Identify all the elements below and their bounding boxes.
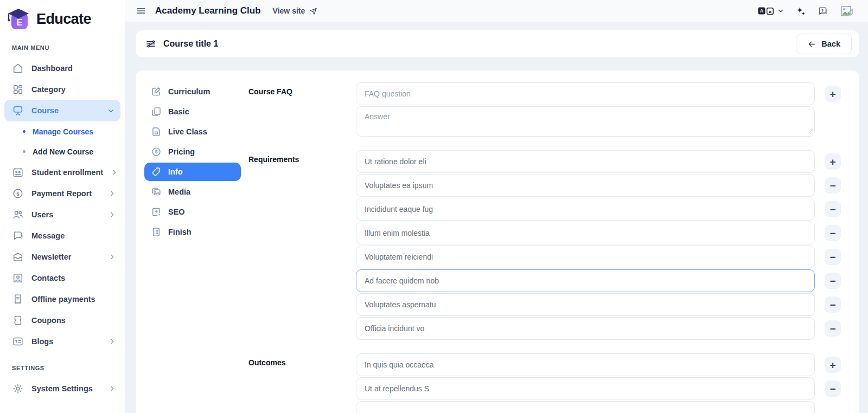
chat-question-icon[interactable]: ? [818, 5, 829, 17]
copy-pages-icon [151, 106, 162, 117]
tag-icon [151, 166, 162, 177]
gear-icon [12, 383, 24, 395]
remove-requirement-button[interactable]: − [825, 273, 841, 289]
remove-requirement-button[interactable]: − [825, 177, 841, 193]
requirement-input-focused[interactable] [356, 269, 815, 292]
remove-requirement-button[interactable]: − [825, 296, 841, 313]
sidebar-item-coupons[interactable]: Coupons [0, 309, 125, 331]
chevron-right-icon [108, 253, 116, 261]
outcome-input[interactable] [356, 377, 815, 400]
sidebar-item-payment-report[interactable]: $ Payment Report [0, 183, 125, 204]
requirement-input[interactable] [356, 293, 815, 316]
brand-logo[interactable]: E Educate [0, 4, 125, 39]
sidebar-item-label: Newsletter [31, 253, 101, 261]
chevron-down-icon [777, 7, 784, 15]
tab-basic[interactable]: Basic [144, 102, 241, 121]
requirement-row: − [356, 198, 841, 221]
sidebar-item-message[interactable]: Message [0, 225, 125, 246]
chevron-right-icon [108, 385, 116, 392]
remove-outcome-button[interactable]: − [825, 380, 841, 397]
tab-seo[interactable]: SEO [144, 203, 241, 221]
sidebar-subitem-label: Manage Courses [33, 127, 93, 136]
topbar: Academy Learning Club View site A a [125, 0, 868, 22]
checklist-icon [151, 227, 162, 237]
view-site-label: View site [273, 7, 305, 15]
sidebar-item-label: Dashboard [31, 64, 116, 73]
requirement-row: − [356, 174, 841, 197]
requirement-input[interactable] [356, 222, 815, 244]
requirement-input[interactable] [356, 174, 815, 197]
requirement-input[interactable] [356, 246, 815, 268]
blog-card-icon [12, 335, 24, 347]
language-selector[interactable]: A a [758, 7, 784, 15]
sidebar-item-category[interactable]: Category [0, 79, 125, 100]
tab-label: Media [168, 188, 190, 196]
sidebar-item-offline-payments[interactable]: Offline payments [0, 288, 125, 309]
add-requirement-button[interactable]: + [825, 153, 841, 170]
sidebar-item-course[interactable]: Course [4, 100, 120, 121]
sidebar-item-dashboard[interactable]: Dashboard [0, 57, 125, 79]
settings-label: SETTINGS [0, 359, 125, 378]
sidebar-subitem-label: Add New Course [33, 147, 93, 156]
requirements-group: Requirements + − − [248, 150, 841, 340]
topbar-actions: A a ? [758, 4, 854, 17]
view-site-link[interactable]: View site [273, 7, 318, 16]
outcome-row [356, 401, 841, 413]
sidebar-item-users[interactable]: Users [0, 204, 125, 225]
outcomes-group: Outcomes + − [248, 353, 841, 413]
ticket-icon [12, 314, 24, 326]
receipt-icon [12, 293, 24, 305]
outcome-input[interactable] [356, 353, 815, 376]
users-icon [12, 209, 24, 221]
sidebar-item-label: Category [31, 85, 116, 94]
requirement-row: − [356, 317, 841, 340]
faq-question-input[interactable] [356, 82, 815, 105]
faq-group-label: Course FAQ [248, 82, 356, 137]
tab-label: SEO [168, 208, 185, 216]
outcome-row: + [356, 353, 841, 376]
sidebar-item-blogs[interactable]: Blogs [0, 331, 125, 352]
tab-curriculum[interactable]: Curriculum [144, 82, 241, 101]
remove-requirement-button[interactable]: − [825, 320, 841, 337]
sidebar-subitem-manage-courses[interactable]: Manage Courses [0, 121, 125, 141]
tab-label: Live Class [168, 127, 207, 136]
svg-text:E: E [16, 17, 22, 28]
requirement-input[interactable] [356, 198, 815, 221]
tab-pricing[interactable]: $ Pricing [144, 143, 241, 161]
sidebar-item-label: System Settings [31, 384, 101, 393]
main-area: Academy Learning Club View site A a [125, 0, 868, 413]
tab-media[interactable]: Media [144, 183, 241, 201]
tab-info[interactable]: Info [144, 163, 241, 181]
requirement-input[interactable] [356, 317, 815, 340]
outcome-input[interactable] [356, 401, 815, 413]
add-faq-button[interactable]: + [825, 86, 841, 102]
requirement-input[interactable] [356, 150, 815, 173]
sidebar-item-newsletter[interactable]: Newsletter [0, 246, 125, 267]
sidebar-item-student-enrollment[interactable]: Student enrollment [0, 162, 125, 183]
hamburger-menu-icon[interactable] [136, 5, 146, 16]
sidebar-item-system-settings[interactable]: System Settings [0, 378, 125, 399]
sidebar-item-label: Blogs [31, 337, 101, 346]
remove-requirement-button[interactable]: − [825, 225, 841, 241]
tab-finish[interactable]: Finish [144, 223, 241, 241]
remove-requirement-button[interactable]: − [825, 201, 841, 217]
tab-live-class[interactable]: Live Class [144, 122, 241, 141]
info-form: Course FAQ + [248, 82, 841, 413]
sliders-icon [145, 38, 156, 49]
chevron-right-icon [108, 338, 116, 345]
chevron-down-icon [107, 107, 115, 115]
sparkles-icon[interactable] [795, 5, 807, 17]
page-title-wrap: Course title 1 [145, 38, 218, 49]
bullet-icon [23, 150, 25, 153]
graduation-cap-logo-icon: E [7, 8, 31, 30]
faq-answer-textarea[interactable] [356, 106, 815, 137]
add-outcome-button[interactable]: + [825, 357, 841, 373]
bullet-icon [23, 130, 25, 133]
remove-requirement-button[interactable]: − [825, 249, 841, 265]
edit-pencil-icon [151, 86, 162, 97]
sidebar-item-contacts[interactable]: Contacts [0, 267, 125, 288]
sidebar-subitem-add-new-course[interactable]: Add New Course [0, 141, 125, 162]
back-button[interactable]: Back [796, 34, 852, 54]
tab-label: Basic [168, 107, 189, 116]
avatar-broken-image[interactable] [840, 4, 854, 17]
